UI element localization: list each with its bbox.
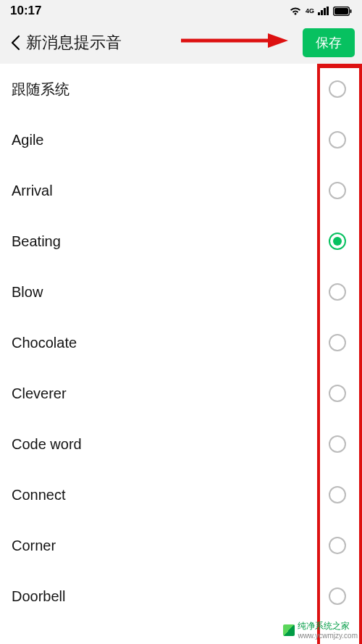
- chevron-left-icon: [10, 35, 20, 51]
- svg-rect-6: [350, 9, 352, 13]
- sound-label: Chocolate: [12, 335, 329, 351]
- radio-icon[interactable]: [329, 283, 346, 301]
- svg-rect-0: [318, 12, 320, 15]
- watermark: 纯净系统之家 www.ycwmjzy.com: [283, 620, 358, 640]
- sound-row[interactable]: Corner: [0, 520, 362, 571]
- sound-label: Arrival: [12, 183, 329, 199]
- sound-row[interactable]: Blow: [0, 267, 362, 317]
- back-button[interactable]: [10, 35, 20, 51]
- sound-label: Code word: [12, 436, 329, 453]
- battery-icon: [333, 7, 352, 16]
- sound-row[interactable]: Chocolate: [0, 317, 362, 368]
- svg-rect-3: [327, 7, 329, 15]
- svg-rect-1: [321, 10, 323, 15]
- wifi-icon: [289, 6, 302, 16]
- watermark-line1: 纯净系统之家: [298, 621, 350, 631]
- save-button[interactable]: 保存: [303, 28, 355, 57]
- svg-rect-2: [324, 8, 326, 15]
- signal-bars-icon: [318, 7, 329, 15]
- svg-rect-5: [334, 8, 348, 14]
- status-icons: 4G: [289, 6, 352, 16]
- page-title: 新消息提示音: [26, 32, 122, 54]
- sound-row[interactable]: Cleverer: [0, 368, 362, 419]
- radio-icon[interactable]: [329, 334, 346, 351]
- radio-icon[interactable]: [329, 80, 346, 98]
- sound-row[interactable]: Agile: [0, 114, 362, 165]
- sound-label: Blow: [12, 284, 329, 301]
- sound-row[interactable]: Doorbell: [0, 571, 362, 622]
- radio-icon[interactable]: [329, 131, 346, 149]
- radio-icon[interactable]: [329, 537, 346, 554]
- radio-icon[interactable]: [329, 435, 346, 453]
- sound-label: Cleverer: [12, 385, 329, 402]
- sound-label: 跟随系统: [12, 80, 329, 99]
- sound-list: 跟随系统AgileArrivalBeatingBlowChocolateClev…: [0, 64, 362, 622]
- radio-icon[interactable]: [329, 385, 346, 402]
- sound-label: Corner: [12, 538, 329, 554]
- sound-list-wrap: 跟随系统AgileArrivalBeatingBlowChocolateClev…: [0, 64, 362, 644]
- status-bar: 10:17 4G: [0, 0, 362, 22]
- sound-label: Beating: [12, 233, 329, 250]
- sound-label: Agile: [12, 132, 329, 149]
- radio-icon[interactable]: [329, 486, 346, 503]
- watermark-logo-icon: [283, 624, 295, 636]
- sound-label: Doorbell: [12, 588, 329, 605]
- sound-row[interactable]: Arrival: [0, 165, 362, 216]
- radio-icon[interactable]: [329, 182, 346, 199]
- header: 新消息提示音 保存: [0, 22, 362, 64]
- status-time: 10:17: [10, 4, 41, 18]
- radio-icon[interactable]: [329, 587, 346, 605]
- watermark-line2: www.ycwmjzy.com: [298, 632, 358, 640]
- sound-row[interactable]: Code word: [0, 419, 362, 469]
- sound-row[interactable]: 跟随系统: [0, 64, 362, 114]
- sound-label: Connect: [12, 487, 329, 503]
- radio-icon[interactable]: [329, 233, 346, 250]
- signal-4g-icon: 4G: [306, 7, 314, 14]
- sound-row[interactable]: Connect: [0, 469, 362, 520]
- sound-row[interactable]: Beating: [0, 216, 362, 267]
